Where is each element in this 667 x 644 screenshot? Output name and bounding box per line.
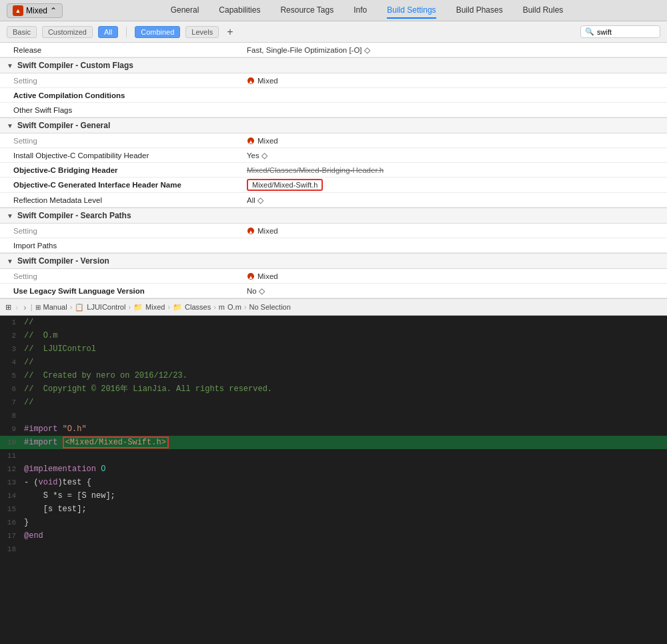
code-line-15: 15 [s test]; xyxy=(0,503,667,516)
tab-resource-tags[interactable]: Resource Tags xyxy=(280,3,334,19)
release-value: Fast, Single-File Optimization [-O] ◇ xyxy=(240,45,667,55)
legacy-swift-row: Use Legacy Swift Language Version No ◇ xyxy=(0,284,667,298)
bc-sep-2: › xyxy=(128,303,131,311)
custom-flags-setting-label: Setting xyxy=(0,77,240,85)
generated-interface-highlighted: Mixed/Mixed-Swift.h xyxy=(247,179,323,191)
mixed-icon-sp: ▲ xyxy=(247,227,255,235)
filter-all[interactable]: All xyxy=(98,26,118,38)
nav-forward[interactable]: › xyxy=(22,302,27,312)
project-name: Mixed xyxy=(26,6,47,15)
filter-basic[interactable]: Basic xyxy=(7,26,37,38)
reflection-metadata-row: Reflection Metadata Level All ◇ xyxy=(0,193,667,208)
code-line-16: 16 } xyxy=(0,516,667,529)
bc-sep-3: › xyxy=(167,303,170,311)
legacy-swift-value: No ◇ xyxy=(240,286,667,296)
tab-general[interactable]: General xyxy=(171,3,199,19)
generated-interface-value: Mixed/Mixed-Swift.h xyxy=(240,179,667,191)
svg-text:▲: ▲ xyxy=(248,139,253,145)
breadcrumb-file[interactable]: O.m xyxy=(227,303,241,311)
search-paths-setting-row: Setting ▲ Mixed xyxy=(0,224,667,238)
bc-icon-file: m xyxy=(219,303,225,311)
code-line-12: 12 @implementation O xyxy=(0,462,667,476)
tab-info[interactable]: Info xyxy=(354,3,367,19)
code-line-5: 5 // Created by nero on 2016/12/23. xyxy=(0,369,667,382)
section-title: Swift Compiler - Custom Flags xyxy=(17,61,133,70)
release-label: Release xyxy=(0,46,240,54)
xcode-icon: ▲ xyxy=(13,5,23,16)
svg-text:▲: ▲ xyxy=(248,229,253,235)
breadcrumb-manual[interactable]: Manual xyxy=(43,303,67,311)
release-row: Release Fast, Single-File Optimization [… xyxy=(0,43,667,57)
section-version: ▼ Swift Compiler - Version xyxy=(0,253,667,269)
breadcrumb-classes[interactable]: Classes xyxy=(185,303,211,311)
project-selector[interactable]: ▲ Mixed ⌃ xyxy=(7,3,63,18)
code-line-1: 1 // xyxy=(0,316,667,329)
custom-flags-setting-row: Setting ▲ Mixed xyxy=(0,73,667,88)
svg-text:▲: ▲ xyxy=(248,274,253,280)
filter-add-button[interactable]: + xyxy=(227,26,233,38)
filter-customized[interactable]: Customized xyxy=(42,26,93,38)
legacy-swift-label: Use Legacy Swift Language Version xyxy=(0,287,240,295)
code-line-6: 6 // Copyright © 2016年 LianJia. All righ… xyxy=(0,382,667,396)
bridging-header-value: Mixed/Classes/Mixed-Bridging-Header.h xyxy=(240,166,667,174)
section-title-v: Swift Compiler - Version xyxy=(17,256,109,266)
code-line-7: 7 // xyxy=(0,396,667,409)
section-title-gen: Swift Compiler - General xyxy=(17,121,110,130)
code-editor[interactable]: 1 // 2 // O.m 3 // LJUIControl 4 // 5 //… xyxy=(0,316,667,644)
code-line-18: 18 xyxy=(0,543,667,556)
bc-sep-1: › xyxy=(70,303,73,311)
bc-icon-project: 📋 xyxy=(75,303,84,312)
mixed-icon-gen: ▲ xyxy=(247,137,255,145)
svg-text:▲: ▲ xyxy=(248,79,253,85)
reflection-metadata-label: Reflection Metadata Level xyxy=(0,196,240,204)
breadcrumb-project[interactable]: LJUIControl xyxy=(87,303,125,311)
mixed-icon: ▲ xyxy=(247,77,255,85)
tab-navigation: General Capabilities Resource Tags Info … xyxy=(73,3,660,19)
other-swift-flags-label: Other Swift Flags xyxy=(0,106,240,114)
import-paths-label: Import Paths xyxy=(0,242,240,250)
search-paths-setting-label: Setting xyxy=(0,227,240,235)
active-compilation-row: Active Compilation Conditions xyxy=(0,88,667,103)
search-paths-setting-value: ▲ Mixed xyxy=(240,227,667,235)
settings-area: Release Fast, Single-File Optimization [… xyxy=(0,43,667,298)
code-line-4: 4 // xyxy=(0,356,667,369)
breadcrumb-mixed[interactable]: Mixed xyxy=(145,303,165,311)
code-line-9: 9 #import "O.h" xyxy=(0,422,667,436)
search-input[interactable] xyxy=(597,28,650,36)
mixed-icon-v: ▲ xyxy=(247,272,255,280)
tab-capabilities[interactable]: Capabilities xyxy=(219,3,260,19)
custom-flags-setting-value: ▲ Mixed xyxy=(240,77,667,85)
tab-build-phases[interactable]: Build Phases xyxy=(456,3,503,19)
install-objc-header-row: Install Objective-C Compatibility Header… xyxy=(0,148,667,163)
code-line-10: 10 #import <Mixed/Mixed-Swift.h> xyxy=(0,436,667,449)
selector-chevron: ⌃ xyxy=(50,6,57,15)
active-compilation-label: Active Compilation Conditions xyxy=(0,91,240,99)
version-setting-row: Setting ▲ Mixed xyxy=(0,269,667,284)
grid-view-toggle[interactable]: ⊞ xyxy=(5,303,11,312)
import-paths-row: Import Paths xyxy=(0,238,667,253)
nav-back[interactable]: ‹ xyxy=(14,302,19,312)
general-setting-label: Setting xyxy=(0,137,240,145)
code-line-14: 14 S *s = [S new]; xyxy=(0,489,667,503)
bc-separator-0: | xyxy=(31,303,33,311)
generated-interface-label: Objective-C Generated Interface Header N… xyxy=(0,181,240,189)
code-line-11: 11 xyxy=(0,449,667,462)
filter-divider xyxy=(126,27,127,37)
breadcrumb-bar: ⊞ ‹ › | ⊞ Manual › 📋 LJUIControl › 📁 Mix… xyxy=(0,298,667,316)
other-swift-flags-row: Other Swift Flags xyxy=(0,103,667,117)
bc-sep-5: › xyxy=(244,303,247,311)
section-search-paths: ▼ Swift Compiler - Search Paths xyxy=(0,208,667,224)
install-objc-header-value: Yes ◇ xyxy=(240,151,667,160)
tab-build-rules[interactable]: Build Rules xyxy=(523,3,564,19)
section-title-sp: Swift Compiler - Search Paths xyxy=(17,211,131,220)
code-line-3: 3 // LJUIControl xyxy=(0,342,667,356)
bridging-header-row: Objective-C Bridging Header Mixed/Classe… xyxy=(0,163,667,178)
filter-levels[interactable]: Levels xyxy=(185,26,219,38)
tab-build-settings[interactable]: Build Settings xyxy=(387,3,436,19)
section-general: ▼ Swift Compiler - General xyxy=(0,117,667,133)
bc-icon-manual: ⊞ xyxy=(35,304,41,311)
bc-sep-4: › xyxy=(213,303,216,311)
filter-combined[interactable]: Combined xyxy=(135,26,180,38)
code-line-13: 13 - (void)test { xyxy=(0,476,667,489)
reflection-metadata-value: All ◇ xyxy=(240,196,667,205)
